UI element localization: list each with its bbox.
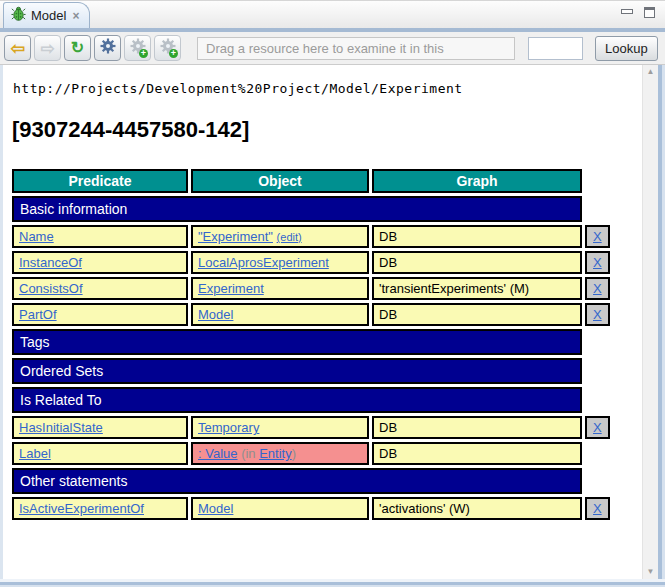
row-spacer <box>585 358 610 384</box>
remove-link[interactable]: X <box>593 420 602 435</box>
back-button[interactable]: ⇦ <box>4 35 31 61</box>
object-link[interactable]: LocalAprosExperiment <box>198 255 329 270</box>
table-header-row: Predicate Object Graph <box>12 169 610 193</box>
object-cell: : Value (in Entity) <box>191 442 369 465</box>
column-header-graph: Graph <box>372 169 582 193</box>
forward-button[interactable]: ⇨ <box>34 35 61 61</box>
row-spacer <box>585 329 610 355</box>
row-spacer <box>585 387 610 413</box>
section-row: Basic information <box>12 196 610 222</box>
remove-link[interactable]: X <box>593 281 602 296</box>
row-spacer <box>585 196 610 222</box>
statements-table: Predicate Object Graph Basic information… <box>9 166 613 523</box>
predicate-cell: ConsistsOf <box>12 277 188 300</box>
object-cell: Temporary <box>191 416 369 439</box>
tab-close-icon[interactable]: × <box>71 9 80 23</box>
section-title: Ordered Sets <box>12 358 582 384</box>
section-row: Tags <box>12 329 610 355</box>
window-frame-right <box>658 65 665 579</box>
predicate-link[interactable]: InstanceOf <box>19 255 82 270</box>
forward-arrow-icon: ⇨ <box>40 40 54 57</box>
predicate-cell: IsActiveExperimentOf <box>12 497 188 520</box>
object-link[interactable]: : Value <box>198 446 238 461</box>
predicate-link[interactable]: PartOf <box>19 307 57 322</box>
header-spacer <box>585 169 610 193</box>
remove-cell: X <box>585 277 610 300</box>
predicate-link[interactable]: Name <box>19 229 54 244</box>
statement-row: Name"Experiment" (edit)DBX <box>12 225 610 248</box>
browser-content: http://Projects/Development%20Project/Mo… <box>3 65 642 579</box>
object-link[interactable]: "Experiment" <box>198 229 273 244</box>
resource-uri: http://Projects/Development%20Project/Mo… <box>13 81 642 96</box>
predicate-link[interactable]: HasInitialState <box>19 420 103 435</box>
section-title: Is Related To <box>12 387 582 413</box>
edit-link[interactable]: (edit) <box>277 231 302 243</box>
plus-badge-icon: + <box>169 49 178 58</box>
tab-bar: Model × <box>0 0 665 28</box>
remove-link[interactable]: X <box>593 229 602 244</box>
lookup-button[interactable]: Lookup <box>595 36 658 61</box>
remove-cell: X <box>585 497 610 520</box>
object-link[interactable]: Model <box>198 501 233 516</box>
predicate-cell: Name <box>12 225 188 248</box>
window-frame-bottom <box>0 579 665 587</box>
remove-cell: X <box>585 225 610 248</box>
section-title: Tags <box>12 329 582 355</box>
object-link[interactable]: Experiment <box>198 281 264 296</box>
predicate-cell: PartOf <box>12 303 188 326</box>
add-view-alt-button[interactable]: + <box>154 35 181 61</box>
remove-cell: X <box>585 416 610 439</box>
section-title: Basic information <box>12 196 582 222</box>
refresh-button[interactable]: ↻ <box>64 35 91 61</box>
predicate-cell: HasInitialState <box>12 416 188 439</box>
back-arrow-icon: ⇦ <box>10 40 24 57</box>
predicate-link[interactable]: IsActiveExperimentOf <box>19 501 144 516</box>
graph-cell: DB <box>372 416 582 439</box>
row-spacer <box>585 468 610 494</box>
statement-row: HasInitialStateTemporaryDBX <box>12 416 610 439</box>
object-text: (in <box>238 446 260 461</box>
lookup-input[interactable] <box>528 37 583 60</box>
remove-link[interactable]: X <box>593 501 602 516</box>
refresh-icon: ↻ <box>71 40 84 56</box>
statement-row: PartOfModelDBX <box>12 303 610 326</box>
predicate-cell: InstanceOf <box>12 251 188 274</box>
object-link[interactable]: Entity <box>259 446 292 461</box>
object-link[interactable]: Model <box>198 307 233 322</box>
section-row: Is Related To <box>12 387 610 413</box>
tab-title: Model <box>31 8 66 23</box>
toolbar: ⇦ ⇨ ↻ <box>0 32 665 65</box>
statement-row: ConsistsOfExperiment'transientExperiment… <box>12 277 610 300</box>
section-row: Other statements <box>12 468 610 494</box>
model-view-window: Model × ⇦ ⇨ ↻ <box>0 0 665 587</box>
scroll-down-icon[interactable]: ▼ <box>647 567 655 577</box>
column-header-predicate: Predicate <box>12 169 188 193</box>
drag-resource-field[interactable] <box>197 37 515 60</box>
section-title: Other statements <box>12 468 582 494</box>
graph-cell: DB <box>372 442 582 465</box>
statement-row: IsActiveExperimentOfModel'activations' (… <box>12 497 610 520</box>
object-cell: Experiment <box>191 277 369 300</box>
tab-model[interactable]: Model × <box>3 2 90 28</box>
minimize-icon[interactable] <box>620 7 632 17</box>
scroll-up-icon[interactable]: ▲ <box>647 67 655 77</box>
object-cell: LocalAprosExperiment <box>191 251 369 274</box>
settings-button[interactable] <box>94 35 121 61</box>
vertical-scrollbar[interactable]: ▲ ▼ <box>642 65 658 579</box>
remove-cell: X <box>585 303 610 326</box>
object-cell: "Experiment" (edit) <box>191 225 369 248</box>
add-view-button[interactable]: + <box>124 35 151 61</box>
graph-cell: DB <box>372 303 582 326</box>
remove-link[interactable]: X <box>593 255 602 270</box>
predicate-link[interactable]: Label <box>19 446 51 461</box>
remove-link[interactable]: X <box>593 307 602 322</box>
remove-cell: X <box>585 251 610 274</box>
maximize-icon[interactable] <box>644 7 655 18</box>
graph-cell: 'activations' (W) <box>372 497 582 520</box>
predicate-link[interactable]: ConsistsOf <box>19 281 83 296</box>
predicate-cell: Label <box>12 442 188 465</box>
object-link[interactable]: Temporary <box>198 420 259 435</box>
object-cell: Model <box>191 497 369 520</box>
view-controls <box>620 7 655 18</box>
gear-icon <box>100 38 116 58</box>
